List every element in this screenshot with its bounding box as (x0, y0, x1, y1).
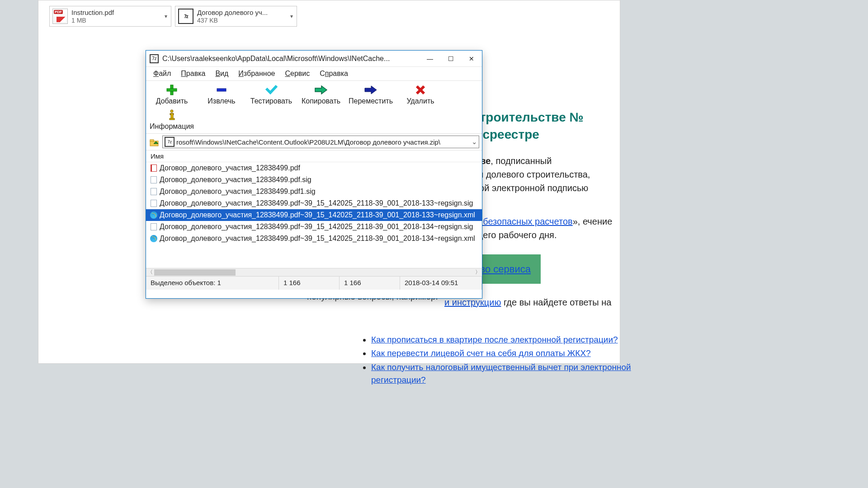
pdf-icon (150, 164, 158, 172)
svg-marker-4 (365, 86, 377, 94)
file-icon (150, 176, 158, 184)
svg-rect-1 (167, 89, 177, 91)
menu-view[interactable]: Вид (211, 69, 233, 79)
menu-edit[interactable]: Правка (176, 69, 210, 79)
file-name: Договор_долевого_участия_12838499.pdf1.s… (160, 188, 316, 196)
sevenzip-icon: 7z (150, 54, 159, 63)
menu-favorites[interactable]: Избранное (234, 69, 279, 79)
attachment-size: 1 MB (71, 17, 114, 24)
status-size-2: 1 166 (340, 277, 400, 290)
chevron-down-icon[interactable]: ▾ (165, 13, 167, 19)
file-row[interactable]: Договор_долевого_участия_12838499.pdf1.s… (146, 186, 482, 197)
minimize-button[interactable]: — (420, 51, 440, 67)
address-bar: 7z rosoft\Windows\INetCache\Content.Outl… (146, 134, 482, 150)
file-list[interactable]: Договор_долевого_участия_12838499.pdfДог… (146, 162, 482, 268)
status-bar: Выделено объектов: 1 1 166 1 166 2018-03… (146, 276, 482, 290)
email-panel: Instruction.pdf 1 MB ▾ 7z Договор долево… (38, 0, 620, 364)
file-name: Договор_долевого_участия_12838499.pdf~39… (160, 235, 475, 243)
extract-button[interactable]: Извлечь (197, 83, 246, 108)
chevron-down-icon[interactable]: ▾ (290, 13, 293, 19)
scroll-track[interactable] (154, 269, 474, 276)
menu-bar: Файл Правка Вид Избранное Сервис Справка (146, 67, 482, 81)
menu-tools[interactable]: Сервис (280, 69, 314, 79)
chevron-down-icon[interactable]: ⌄ (470, 138, 479, 146)
file-name: Договор_долевого_участия_12838499.pdf~39… (160, 211, 475, 219)
file-row[interactable]: Договор_долевого_участия_12838499.pdf~39… (146, 233, 482, 244)
add-button[interactable]: Добавить (147, 83, 197, 108)
file-row[interactable]: Договор_долевого_участия_12838499.pdf (146, 162, 482, 174)
file-name: Договор_долевого_участия_12838499.pdf (160, 164, 300, 172)
minus-icon (216, 84, 227, 95)
archive-icon: 7z (178, 9, 193, 24)
test-button[interactable]: Тестировать (246, 83, 296, 108)
faq-link[interactable]: Как перевести лицевой счет на себя для о… (371, 348, 591, 358)
delete-button[interactable]: Удалить (396, 83, 445, 108)
attachment-name: Договор долевого уч... (197, 9, 268, 17)
status-size-1: 1 166 (279, 277, 340, 290)
scroll-right-button[interactable]: 〉 (474, 268, 482, 276)
ie-icon (150, 235, 158, 243)
info-icon (168, 110, 176, 121)
faq-list: Как прописаться в квартире после электро… (353, 333, 664, 387)
faq-link[interactable]: Как получить налоговый имущественный выч… (371, 362, 631, 385)
menu-file[interactable]: Файл (149, 69, 175, 79)
copy-button[interactable]: Копировать (296, 83, 346, 108)
attachment-zip[interactable]: 7z Договор долевого уч... 437 KB ▾ (175, 6, 297, 27)
column-header-name[interactable]: Имя (146, 150, 482, 162)
file-row[interactable]: Договор_долевого_участия_12838499.pdf~39… (146, 197, 482, 209)
svg-rect-12 (150, 140, 154, 141)
file-icon (150, 223, 158, 231)
maximize-button[interactable]: ☐ (440, 51, 461, 67)
window-title: C:\Users\raalekseenko\AppData\Local\Micr… (162, 55, 420, 63)
svg-rect-10 (170, 118, 175, 120)
pdf-icon (52, 9, 68, 24)
arrow-right-outline-icon (314, 84, 328, 95)
file-name: Договор_долевого_участия_12838499.pdf~39… (160, 223, 473, 231)
scroll-thumb[interactable] (154, 269, 236, 276)
attachment-size: 437 KB (197, 17, 268, 24)
move-button[interactable]: Переместить (346, 83, 396, 108)
address-text: rosoft\Windows\INetCache\Content.Outlook… (176, 138, 470, 146)
ie-icon (150, 211, 158, 219)
close-button[interactable]: ✕ (461, 51, 482, 67)
check-icon (265, 84, 278, 95)
menu-help[interactable]: Справка (315, 69, 353, 79)
arrow-right-solid-icon (364, 84, 377, 95)
scroll-left-button[interactable]: 〈 (146, 268, 154, 276)
x-icon (415, 84, 425, 95)
plus-icon (166, 84, 177, 95)
address-field[interactable]: 7z rosoft\Windows\INetCache\Content.Outl… (162, 136, 479, 148)
svg-rect-2 (217, 89, 226, 91)
file-name: Договор_долевого_участия_12838499.pdf~39… (160, 199, 473, 207)
titlebar[interactable]: 7z C:\Users\raalekseenko\AppData\Local\M… (146, 51, 482, 67)
attachment-name: Instruction.pdf (71, 9, 114, 17)
sevenzip-window: 7z C:\Users\raalekseenko\AppData\Local\M… (146, 50, 482, 299)
file-row[interactable]: Договор_долевого_участия_12838499.pdf~39… (146, 221, 482, 233)
archive-icon: 7z (165, 137, 175, 147)
svg-marker-3 (315, 86, 327, 94)
up-folder-button[interactable] (149, 136, 160, 147)
attachments-bar: Instruction.pdf 1 MB ▾ 7z Договор долево… (49, 6, 297, 27)
horizontal-scrollbar[interactable]: 〈 〉 (146, 268, 482, 276)
status-selected: Выделено объектов: 1 (146, 277, 279, 290)
toolbar: Добавить Извлечь Тестировать (146, 81, 482, 134)
attachment-pdf[interactable]: Instruction.pdf 1 MB ▾ (49, 6, 171, 27)
faq-link[interactable]: Как прописаться в квартире после электро… (371, 335, 618, 344)
status-date: 2018-03-14 09:51 (400, 277, 482, 290)
svg-point-7 (170, 110, 173, 113)
file-icon (150, 188, 158, 196)
file-row[interactable]: Договор_долевого_участия_12838499.pdf.si… (146, 174, 482, 186)
info-button[interactable]: Информация (147, 108, 197, 133)
file-row[interactable]: Договор_долевого_участия_12838499.pdf~39… (146, 209, 482, 221)
file-name: Договор_долевого_участия_12838499.pdf.si… (160, 176, 311, 184)
file-icon (150, 199, 158, 207)
